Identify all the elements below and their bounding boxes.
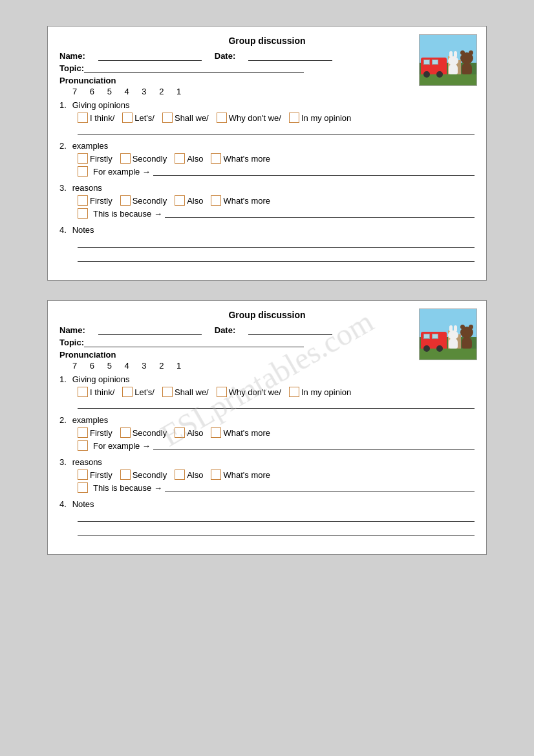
checkbox-secondly-3-box[interactable] xyxy=(120,195,131,206)
section-3-checkboxes: Firstly Secondly Also What's more xyxy=(78,195,475,206)
section-b1-checkboxes: I think/ Let's/ Shall we/ Why don't we/ … xyxy=(78,387,475,397)
checkbox-b-thisis-3-box[interactable] xyxy=(78,482,88,493)
checkbox-ithink-box[interactable] xyxy=(78,113,88,123)
checkbox-b-also-3-box[interactable] xyxy=(175,470,185,480)
section-4-header: 4. Notes xyxy=(59,225,475,235)
checkbox-b-lets-box[interactable] xyxy=(122,387,133,397)
card-title-1: Group discussion xyxy=(59,36,475,46)
topic-label-2: Topic: xyxy=(59,338,84,347)
checkbox-b-shallwe-label: Shall we/ xyxy=(175,387,209,397)
checkbox-also-2: Also xyxy=(175,153,203,164)
checkbox-b-lets: Let's/ xyxy=(122,387,155,397)
checkbox-shallwe-label: Shall we/ xyxy=(175,113,209,123)
checkbox-whydont-box[interactable] xyxy=(217,113,227,123)
section-b3-header: 3. reasons xyxy=(59,457,475,467)
section-2-checkboxes: Firstly Secondly Also What's more xyxy=(78,153,475,164)
section-b4-line-2 xyxy=(78,527,475,536)
checkbox-whydont: Why don't we/ xyxy=(217,113,281,123)
checkbox-also-3-box[interactable] xyxy=(175,195,185,206)
checkbox-lets-box[interactable] xyxy=(122,113,133,123)
checkbox-b-firstly-3-label: Firstly xyxy=(90,470,112,480)
checkbox-inmyopinion-box[interactable] xyxy=(289,113,299,123)
section-b2-checkboxes: Firstly Secondly Also What's more xyxy=(78,427,475,438)
checkbox-also-3: Also xyxy=(175,195,203,206)
section-b4-line-1 xyxy=(78,513,475,522)
checkbox-lets-label: Let's/ xyxy=(134,113,155,123)
group-discussion-card-1: Group discussion Name: Date: Topic: Pron… xyxy=(47,26,487,281)
checkbox-b-whydont-box[interactable] xyxy=(217,387,227,397)
checkbox-b-secondly-3: Secondly xyxy=(120,470,167,480)
section-b2-num: 2. xyxy=(59,415,70,425)
section-4-line-2 xyxy=(78,253,475,262)
checkbox-thisis-3-box[interactable] xyxy=(78,208,88,219)
checkbox-whatsmore-2-label: What's more xyxy=(223,154,270,164)
checkbox-b-firstly-2-box[interactable] xyxy=(78,427,88,438)
checkbox-b-secondly-2: Secondly xyxy=(120,427,167,438)
checkbox-b-secondly-2-box[interactable] xyxy=(120,427,131,438)
checkbox-firstly-3-box[interactable] xyxy=(78,195,88,206)
checkbox-whatsmore-2-box[interactable] xyxy=(211,153,221,164)
pronunciation-label-1: Pronunciation xyxy=(59,76,475,85)
checkbox-firstly-2-box[interactable] xyxy=(78,153,88,164)
checkbox-b-also-2: Also xyxy=(175,427,203,438)
checkbox-shallwe-box[interactable] xyxy=(162,113,173,123)
checkbox-forexample-2-box[interactable] xyxy=(78,166,88,177)
checkbox-also-3-label: Also xyxy=(187,196,203,206)
checkbox-thisis-3 xyxy=(78,208,88,219)
checkbox-shallwe: Shall we/ xyxy=(162,113,209,123)
checkbox-b-whydont: Why don't we/ xyxy=(217,387,281,397)
checkbox-b-whatsmore-3: What's more xyxy=(211,470,270,480)
checkbox-secondly-2: Secondly xyxy=(120,153,167,164)
section-b2-dotted-line xyxy=(153,441,475,450)
checkbox-b-inmyopinion-box[interactable] xyxy=(289,387,299,397)
section-2-title: examples xyxy=(72,141,109,151)
section-b3-reasons: 3. reasons Firstly Secondly Also xyxy=(59,457,475,493)
checkbox-b-also-2-box[interactable] xyxy=(175,427,185,438)
section-2-dotted-line xyxy=(153,167,475,176)
checkbox-b-whatsmore-2-box[interactable] xyxy=(211,427,221,438)
checkbox-b-forexample-2-box[interactable] xyxy=(78,440,88,451)
checkbox-secondly-3: Secondly xyxy=(120,195,167,206)
section-1-opinions: 1. Giving opinions I think/ Let's/ Shall… xyxy=(59,100,475,135)
checkbox-b-secondly-3-box[interactable] xyxy=(120,470,131,480)
checkbox-whatsmore-3-box[interactable] xyxy=(211,195,221,206)
checkbox-firstly-3: Firstly xyxy=(78,195,112,206)
topic-field-1[interactable] xyxy=(84,64,304,73)
section-b1-opinions: 1. Giving opinions I think/ Let's/ Shall… xyxy=(59,374,475,409)
checkbox-forexample-2 xyxy=(78,166,88,177)
scale-row-2: 7 6 5 4 3 2 1 xyxy=(72,361,475,371)
checkbox-b-whatsmore-3-box[interactable] xyxy=(211,470,221,480)
checkbox-b-firstly-2-label: Firstly xyxy=(90,428,112,438)
section-b4-notes: 4. Notes xyxy=(59,499,475,536)
checkbox-b-inmyopinion-label: In my opinion xyxy=(301,387,351,397)
group-discussion-card-2: Group discussion Name: Date: Topic: Pron… xyxy=(47,300,487,555)
checkbox-b-shallwe-box[interactable] xyxy=(162,387,173,397)
section-2-body: Firstly Secondly Also What's more xyxy=(78,153,475,177)
section-b2-line-row: For example → xyxy=(78,440,475,451)
section-b3-title: reasons xyxy=(72,457,102,467)
checkbox-also-2-label: Also xyxy=(187,154,203,164)
checkbox-b-ithink-label: I think/ xyxy=(90,387,114,397)
checkbox-b-firstly-3-box[interactable] xyxy=(78,470,88,480)
section-b2-examples: 2. examples Firstly Secondly Also xyxy=(59,415,475,451)
checkbox-also-2-box[interactable] xyxy=(175,153,185,164)
topic-field-2[interactable] xyxy=(84,338,304,347)
section-b4-header: 4. Notes xyxy=(59,499,475,509)
topic-label-1: Topic: xyxy=(59,63,84,73)
name-field-2[interactable] xyxy=(98,326,202,335)
checkbox-whatsmore-3-label: What's more xyxy=(223,196,270,206)
checkbox-b-ithink-box[interactable] xyxy=(78,387,88,397)
name-field-1[interactable] xyxy=(98,52,202,61)
date-field-2[interactable] xyxy=(248,326,332,335)
section-b1-num: 1. xyxy=(59,374,70,384)
section-b3-body: Firstly Secondly Also What's more xyxy=(78,470,475,493)
illustration-1 xyxy=(419,34,477,86)
date-field-1[interactable] xyxy=(248,52,332,61)
checkbox-firstly-2: Firstly xyxy=(78,153,112,164)
checkbox-secondly-2-box[interactable] xyxy=(120,153,131,164)
checkbox-whatsmore-2: What's more xyxy=(211,153,270,164)
checkbox-b-shallwe: Shall we/ xyxy=(162,387,209,397)
section-1-body: I think/ Let's/ Shall we/ Why don't we/ … xyxy=(78,113,475,135)
checkbox-b-whatsmore-3-label: What's more xyxy=(223,470,270,480)
checkbox-inmyopinion-label: In my opinion xyxy=(301,113,351,123)
